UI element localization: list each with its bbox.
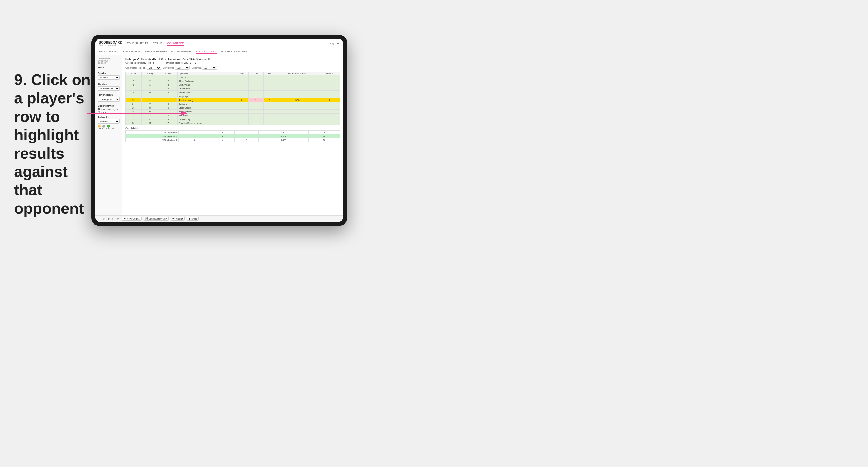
colour-dots [98,125,120,128]
player-rank-select[interactable]: 8. Katelyn Vo [98,97,120,101]
logo-text: SCOREBOARD [99,41,122,44]
up-label: Up [112,128,114,130]
col-diff: Diff Av Strokes/Rnd [275,72,319,75]
nav-tournaments[interactable]: TOURNAMENTS [127,41,148,46]
redo-icon[interactable]: ↩ [103,217,105,220]
conference-select[interactable]: (All) [175,66,190,70]
colour-section: Colour by Win/loss Down Level Up [98,116,120,130]
table-row[interactable]: 522 Alexis Sudjianto [126,79,340,83]
table-row[interactable]: NCAA Division 2 5 0 0 7.400 10 [126,138,340,142]
colour-labels: Down Level Up [98,128,120,130]
col-opponent: Opponent [178,72,235,75]
table-row[interactable]: 613 Sydney Kuo [126,83,340,87]
region-select[interactable]: (All) [147,66,161,70]
opponent-view-label: Opponent view [98,104,120,107]
dot-level [102,125,105,128]
tablet-frame: SCOREBOARD Powered by clippd TOURNAMENTS… [91,35,347,226]
tab-player-h2h-grid[interactable]: PLAYER H2H GRID [196,50,217,54]
sidebar: Last Updated: 27/03/2024 16:55:28 Player… [95,55,122,215]
division-label: Division [98,83,120,85]
nav-items: TOURNAMENTS TEAMS COMMITTEE [127,41,330,46]
filters-row: Opponents: Region (All) Conference (All) [125,66,340,70]
player-section: Player [98,66,120,69]
clock-icon[interactable]: ⏱ [117,217,120,220]
division-record: Division Record: 331 - 34 - 6 [166,62,196,64]
player-label: Player [98,66,120,69]
division-select[interactable]: NCAA Division III [98,86,120,91]
radio-opponents-played[interactable]: Opponents Played [98,108,120,111]
radio-top-100[interactable]: Top 100 [98,111,120,113]
refresh-icon[interactable]: ↻ [108,217,110,220]
col-rounds: Rounds [319,72,340,75]
col-tie: Tie [264,72,275,75]
overall-record: Overall Record: 353 - 34 - 6 [125,62,154,64]
dot-down [98,125,101,128]
tab-team-h2h-grid[interactable]: TEAM H2H GRID [122,50,140,54]
dot-up [107,125,110,128]
top-100-label: Top 100 [101,111,108,113]
nav-teams[interactable]: TEAMS [153,41,163,46]
opponents-filter-label: Opponents: [125,66,137,69]
opponent-view-section: Opponent view Opponents Played Top 100 [98,104,120,113]
opponent-filter-label: Opponent [191,66,201,69]
sign-out-button[interactable]: Sign out [330,42,340,45]
table-row[interactable]: 1063 Andrea York [126,91,340,94]
sub-nav: TEAM SUMMARY TEAM H2H GRID TEAM H2H HEAT… [95,48,343,55]
tab-player-h2h-heatmap[interactable]: PLAYER H2H HEATMAP [221,50,247,54]
radio-top-100-circle [98,111,100,113]
save-custom-label: Save Custom View [149,217,167,220]
table-row[interactable]: 1585 Stella Chang [126,106,340,110]
filter-opponent-group: Opponent (All) [191,66,217,70]
share-icon: ⬆ [189,217,191,220]
player-rank-label: Player (Rank) [98,94,120,96]
region-label: Region [138,66,146,69]
tab-team-h2h-heatmap[interactable]: TEAM H2H HEATMAP [144,50,167,54]
grid-content: Katelyn Vo Head-to-Head Grid for Women's… [122,55,343,215]
filter-opponents: Opponents: [125,66,137,69]
share-button[interactable]: ⬆ Share [187,217,198,221]
table-row[interactable]: 1474 Eunice Yi [126,102,340,106]
player-rank-section: Player (Rank) 8. Katelyn Vo [98,94,120,101]
nav-committee[interactable]: COMMITTEE [167,41,184,46]
chevron-down-icon: ▾ [182,217,183,220]
table-row[interactable]: 1691 Jessica Mason [126,110,340,114]
gender-select[interactable]: Women's [98,75,120,80]
col-reg: # Reg [141,72,159,75]
down-label: Down [98,128,103,130]
view-icon: 👁 [124,217,126,220]
h2h-grid-table: # Div # Reg # Conf Opponent Win Loss Tie… [125,71,340,125]
undo-icon[interactable]: ↩ [98,217,101,220]
table-row[interactable]: 1822 Euna Lee [126,114,340,117]
watch-button[interactable]: 👁 Watch ▾ [171,217,185,221]
out-of-division-label: Out of division [125,127,340,129]
tab-team-summary[interactable]: TEAM SUMMARY [99,50,118,54]
opponent-select[interactable]: (All) [202,66,217,70]
table-row[interactable]: 11 Haeju Hyun [126,94,340,98]
save-custom-view-button[interactable]: 💾 Save Custom View [144,217,168,221]
table-row[interactable]: 19106 Emily Chang [126,117,340,121]
col-loss: Loss [248,72,264,75]
table-row[interactable]: Foreign Team 1 0 0 4.500 2 [126,131,340,134]
bottom-toolbar: ↩ ↩ ↻ ✂ ⏱ 👁 View: Original 💾 Save Custom… [95,215,343,222]
table-row-highlighted[interactable]: 1311 Jessica Huang 010-3.002 [126,98,340,102]
table-row[interactable]: 914 Sharon Mun [126,87,340,91]
table-row[interactable]: NAIA Division 1 15 0 0 9.267 30 [126,134,340,138]
watch-label: Watch [175,217,182,220]
view-original-label: View: Original [126,217,140,220]
table-row[interactable]: 31 Esther Lee [126,75,340,79]
table-row[interactable]: 20117 Federica Domecq Lacroze [126,121,340,125]
division-section: Division NCAA Division III [98,83,120,91]
conference-label: Conference [163,66,175,69]
share-label: Share [191,217,197,220]
nav-bar: SCOREBOARD Powered by clippd TOURNAMENTS… [95,39,343,48]
tab-player-summary[interactable]: PLAYER SUMMARY [171,50,193,54]
gender-label: Gender [98,72,120,74]
annotation-text: 9. Click on a player's row to highlight … [14,71,94,217]
colour-by-select[interactable]: Win/loss [98,119,120,124]
col-div: # Div [126,72,142,75]
scissors-icon[interactable]: ✂ [113,217,115,220]
watch-icon: 👁 [173,217,175,220]
colour-by-label: Colour by [98,116,120,118]
view-original-button[interactable]: 👁 View: Original [122,217,142,221]
last-updated: Last Updated: 27/03/2024 16:55:28 [98,58,120,64]
